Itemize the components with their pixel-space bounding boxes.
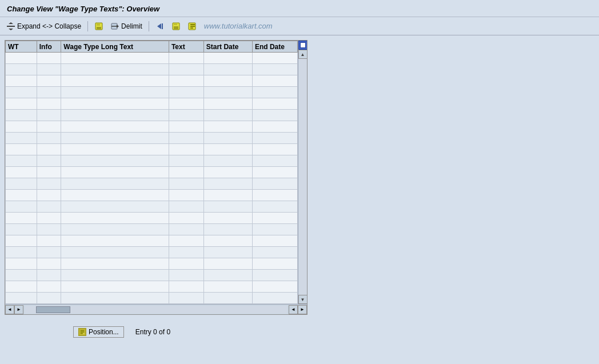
table-cell[interactable] [6,133,37,144]
table-cell[interactable] [61,247,169,258]
table-cell[interactable] [6,178,37,190]
table-cell[interactable] [37,281,61,293]
table-cell[interactable] [252,270,297,281]
table-cell[interactable] [252,133,297,144]
table-cell[interactable] [37,235,61,247]
table-cell[interactable] [169,281,203,293]
table-cell[interactable] [6,224,37,235]
table-cell[interactable] [203,270,252,281]
table-cell[interactable] [6,87,37,98]
table-cell[interactable] [61,258,169,270]
table-cell[interactable] [6,281,37,293]
table-cell[interactable] [203,235,252,247]
table-cell[interactable] [169,87,203,98]
table-cell[interactable] [37,75,61,87]
table-cell[interactable] [169,201,203,213]
table-cell[interactable] [169,64,203,75]
table-cell[interactable] [37,190,61,201]
table-cell[interactable] [169,213,203,224]
scroll-up-button[interactable]: ▲ [298,50,308,59]
table-cell[interactable] [252,190,297,201]
table-cell[interactable] [37,247,61,258]
table-cell[interactable] [61,53,169,64]
delimit-button[interactable]: Delimit [109,21,144,31]
table-cell[interactable] [169,110,203,121]
table-cell[interactable] [37,293,61,304]
table-cell[interactable] [6,110,37,121]
table-cell[interactable] [252,121,297,133]
table-cell[interactable] [169,293,203,304]
table-cell[interactable] [169,178,203,190]
table-cell[interactable] [203,64,252,75]
table-cell[interactable] [37,258,61,270]
table-cell[interactable] [37,144,61,155]
table-cell[interactable] [61,224,169,235]
table-cell[interactable] [203,258,252,270]
table-cell[interactable] [252,258,297,270]
table-cell[interactable] [61,155,169,167]
table-cell[interactable] [252,201,297,213]
table-cell[interactable] [252,110,297,121]
table-cell[interactable] [252,281,297,293]
table-cell[interactable] [203,53,252,64]
table-cell[interactable] [61,110,169,121]
table-cell[interactable] [203,247,252,258]
table-cell[interactable] [252,247,297,258]
table-cell[interactable] [37,87,61,98]
table-cell[interactable] [61,144,169,155]
table-cell[interactable] [6,64,37,75]
table-cell[interactable] [169,235,203,247]
table-cell[interactable] [252,53,297,64]
table-cell[interactable] [6,144,37,155]
table-cell[interactable] [6,98,37,110]
table-cell[interactable] [6,213,37,224]
table-cell[interactable] [169,190,203,201]
table-cell[interactable] [169,53,203,64]
table-cell[interactable] [61,87,169,98]
table-cell[interactable] [252,155,297,167]
table-cell[interactable] [169,155,203,167]
save-button[interactable] [93,21,105,31]
table-cell[interactable] [6,155,37,167]
table-cell[interactable] [61,201,169,213]
table-cell[interactable] [252,213,297,224]
table-cell[interactable] [61,121,169,133]
table-cell[interactable] [252,235,297,247]
hscroll-left-button[interactable]: ◄ [5,305,14,314]
table-cell[interactable] [169,167,203,178]
table-cell[interactable] [37,155,61,167]
table-cell[interactable] [169,270,203,281]
table-cell[interactable] [203,167,252,178]
table-cell[interactable] [61,75,169,87]
table-cell[interactable] [252,87,297,98]
horizontal-scrollbar[interactable]: ◄ ► ◄ ► [5,304,307,314]
table-cell[interactable] [61,98,169,110]
table-cell[interactable] [61,281,169,293]
table-cell[interactable] [37,64,61,75]
table-cell[interactable] [203,110,252,121]
table-cell[interactable] [203,201,252,213]
hscroll-right-button[interactable]: ► [14,305,23,314]
table-cell[interactable] [6,201,37,213]
table-cell[interactable] [203,121,252,133]
hscroll-far-right-button[interactable]: ► [298,305,307,314]
table-cell[interactable] [252,144,297,155]
table-cell[interactable] [37,133,61,144]
table-cell[interactable] [169,98,203,110]
table-cell[interactable] [6,247,37,258]
table-cell[interactable] [61,167,169,178]
vertical-scrollbar[interactable]: ▲ ▼ [298,41,307,304]
table-cell[interactable] [61,133,169,144]
nav-icon-button[interactable] [154,21,166,31]
table-cell[interactable] [169,75,203,87]
table-cell[interactable] [203,213,252,224]
scroll-down-button[interactable]: ▼ [298,295,308,304]
table-cell[interactable] [203,133,252,144]
table-cell[interactable] [6,235,37,247]
table-cell[interactable] [37,213,61,224]
table-cell[interactable] [6,167,37,178]
table-cell[interactable] [203,190,252,201]
table-cell[interactable] [61,235,169,247]
table-cell[interactable] [203,98,252,110]
table-cell[interactable] [203,87,252,98]
